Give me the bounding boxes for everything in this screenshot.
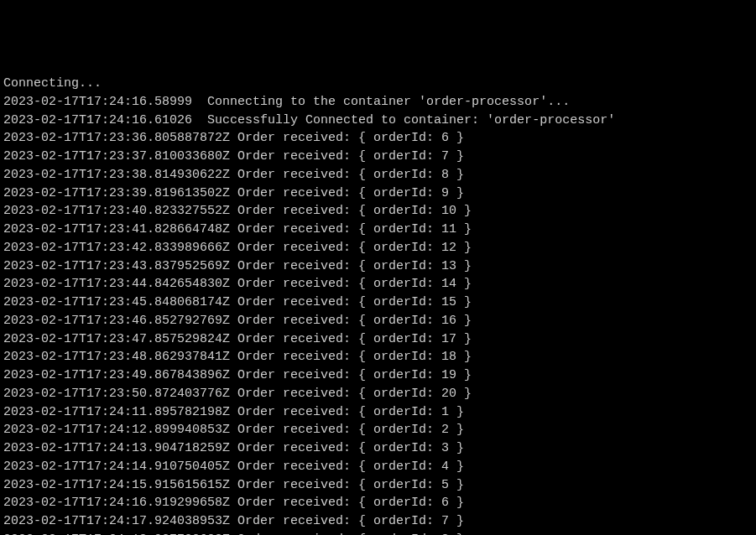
message: Order received: { orderId: 2 } <box>237 423 464 437</box>
message: Order received: { orderId: 1 } <box>237 405 464 419</box>
timestamp: 2023-02-17T17:23:46.852792769Z <box>3 314 230 328</box>
timestamp: 2023-02-17T17:23:40.823327552Z <box>3 204 230 218</box>
message: Successfully Connected to container: 'or… <box>207 113 615 127</box>
timestamp: 2023-02-17T17:24:12.899940853Z <box>3 423 230 437</box>
message: Order received: { orderId: 12 } <box>237 241 472 255</box>
timestamp: 2023-02-17T17:24:13.904718259Z <box>3 441 230 455</box>
log-line: 2023-02-17T17:23:42.833989666Z Order rec… <box>3 239 753 257</box>
log-line: 2023-02-17T17:23:39.819613502Z Order rec… <box>3 184 753 203</box>
log-line: 2023-02-17T17:23:36.805887872Z Order rec… <box>3 129 753 148</box>
log-line: 2023-02-17T17:23:43.837952569Z Order rec… <box>3 257 753 276</box>
log-line: 2023-02-17T17:23:45.848068174Z Order rec… <box>3 293 753 312</box>
timestamp: 2023-02-17T17:24:15.915615615Z <box>3 478 230 492</box>
message: Order received: { orderId: 11 } <box>237 222 472 236</box>
message: Order received: { orderId: 16 } <box>237 314 472 328</box>
log-line: 2023-02-17T17:23:49.867843896Z Order rec… <box>3 366 753 385</box>
log-line: 2023-02-17T17:23:47.857529824Z Order rec… <box>3 330 753 349</box>
timestamp: 2023-02-17T17:24:16.58999 <box>3 95 192 109</box>
timestamp: 2023-02-17T17:23:49.867843896Z <box>3 368 230 382</box>
log-line: 2023-02-17T17:24:16.919299658Z Order rec… <box>3 494 753 512</box>
timestamp: 2023-02-17T17:23:37.810033680Z <box>3 149 230 164</box>
log-line: 2023-02-17T17:24:11.895782198Z Order rec… <box>3 403 753 422</box>
timestamp: 2023-02-17T17:24:14.910750405Z <box>3 460 230 474</box>
connecting-status: Connecting... <box>3 75 753 93</box>
log-line: 2023-02-17T17:23:40.823327552Z Order rec… <box>3 202 753 221</box>
message: Order received: { orderId: 15 } <box>237 295 472 309</box>
timestamp: 2023-02-17T17:23:43.837952569Z <box>3 259 230 273</box>
log-line: 2023-02-17T17:23:44.842654830Z Order rec… <box>3 275 753 293</box>
message: Order received: { orderId: 4 } <box>237 460 464 474</box>
timestamp: 2023-02-17T17:23:44.842654830Z <box>3 277 230 291</box>
log-line: 2023-02-17T17:24:15.915615615Z Order rec… <box>3 476 753 495</box>
timestamp: 2023-02-17T17:23:42.833989666Z <box>3 241 230 255</box>
timestamp: 2023-02-17T17:23:45.848068174Z <box>3 295 230 309</box>
message: Order received: { orderId: 7 } <box>237 149 464 164</box>
timestamp: 2023-02-17T17:23:41.828664748Z <box>3 222 230 236</box>
message: Order received: { orderId: 5 } <box>237 478 464 492</box>
log-line: 2023-02-17T17:23:41.828664748Z Order rec… <box>3 221 753 239</box>
log-line: 2023-02-17T17:23:38.814930622Z Order rec… <box>3 166 753 184</box>
timestamp: 2023-02-17T17:24:16.919299658Z <box>3 496 230 510</box>
message: Connecting to the container 'order-proce… <box>207 95 570 109</box>
log-line: 2023-02-17T17:24:14.910750405Z Order rec… <box>3 458 753 476</box>
timestamp: 2023-02-17T17:24:11.895782198Z <box>3 405 230 419</box>
timestamp: 2023-02-17T17:23:38.814930622Z <box>3 168 230 182</box>
log-line: 2023-02-17T17:24:17.924038953Z Order rec… <box>3 512 753 531</box>
timestamp: 2023-02-17T17:24:16.61026 <box>3 113 192 127</box>
message: Order received: { orderId: 14 } <box>237 277 472 291</box>
terminal-output[interactable]: Connecting...2023-02-17T17:24:16.58999 C… <box>3 75 753 535</box>
connect-line-2: 2023-02-17T17:24:16.61026 Successfully C… <box>3 112 753 130</box>
log-line: 2023-02-17T17:24:18.927722608Z Order rec… <box>3 531 753 535</box>
timestamp: 2023-02-17T17:23:47.857529824Z <box>3 332 230 346</box>
log-lines: 2023-02-17T17:23:36.805887872Z Order rec… <box>3 129 753 535</box>
log-line: 2023-02-17T17:23:37.810033680Z Order rec… <box>3 148 753 166</box>
timestamp: 2023-02-17T17:23:39.819613502Z <box>3 186 230 200</box>
log-line: 2023-02-17T17:24:13.904718259Z Order rec… <box>3 439 753 458</box>
message: Order received: { orderId: 20 } <box>237 387 472 401</box>
log-line: 2023-02-17T17:23:50.872403776Z Order rec… <box>3 385 753 403</box>
message: Order received: { orderId: 6 } <box>237 496 464 510</box>
message: Order received: { orderId: 9 } <box>237 186 464 200</box>
timestamp: 2023-02-17T17:23:50.872403776Z <box>3 387 230 401</box>
message: Order received: { orderId: 8 } <box>237 168 464 182</box>
timestamp: 2023-02-17T17:23:48.862937841Z <box>3 350 230 364</box>
message: Order received: { orderId: 18 } <box>237 350 472 364</box>
message: Order received: { orderId: 6 } <box>237 131 464 145</box>
message: Order received: { orderId: 3 } <box>237 441 464 455</box>
message: Order received: { orderId: 17 } <box>237 332 472 346</box>
message: Order received: { orderId: 13 } <box>237 259 472 273</box>
log-line: 2023-02-17T17:23:46.852792769Z Order rec… <box>3 312 753 330</box>
message: Order received: { orderId: 19 } <box>237 368 472 382</box>
message: Order received: { orderId: 10 } <box>237 204 472 218</box>
timestamp: 2023-02-17T17:24:17.924038953Z <box>3 514 230 528</box>
log-line: 2023-02-17T17:23:48.862937841Z Order rec… <box>3 348 753 366</box>
log-line: 2023-02-17T17:24:12.899940853Z Order rec… <box>3 421 753 439</box>
message: Order received: { orderId: 7 } <box>237 514 464 528</box>
connect-line-1: 2023-02-17T17:24:16.58999 Connecting to … <box>3 93 753 112</box>
timestamp: 2023-02-17T17:23:36.805887872Z <box>3 131 230 145</box>
